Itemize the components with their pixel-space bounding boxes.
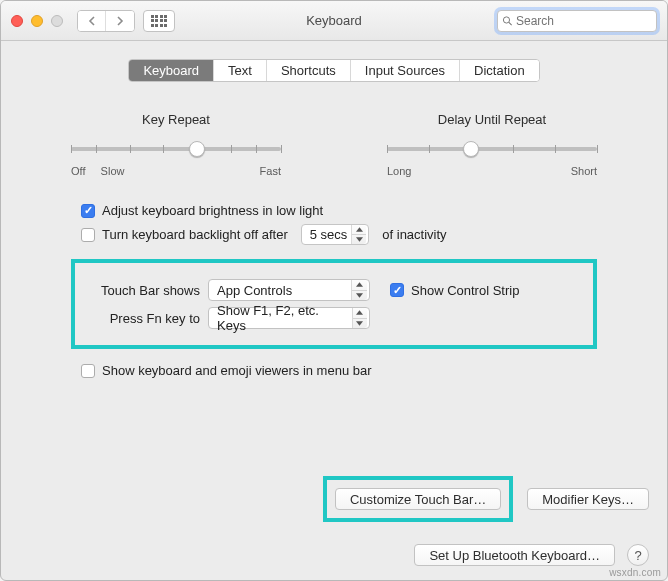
chevron-right-icon <box>116 16 124 26</box>
key-repeat-knob[interactable] <box>189 141 205 157</box>
touchbar-shows-label: Touch Bar shows <box>85 283 200 298</box>
tab-keyboard[interactable]: Keyboard <box>129 60 214 81</box>
search-input[interactable] <box>514 13 652 29</box>
key-repeat-slider[interactable] <box>71 141 281 163</box>
minimize-window-button[interactable] <box>31 15 43 27</box>
close-window-button[interactable] <box>11 15 23 27</box>
key-repeat-block: Key Repeat Off Slow Fast <box>71 112 281 177</box>
delay-short-label: Short <box>571 165 597 177</box>
key-repeat-title: Key Repeat <box>71 112 281 127</box>
bottom-buttons: Customize Touch Bar… Modifier Keys… <box>323 476 649 522</box>
help-button[interactable]: ? <box>627 544 649 566</box>
touch-bar-options-highlight: Touch Bar shows App Controls Show Contro… <box>71 259 597 349</box>
show-viewers-checkbox[interactable] <box>81 364 95 378</box>
show-all-button[interactable] <box>143 10 175 32</box>
grid-icon <box>151 15 168 27</box>
stepper-icon <box>351 225 366 244</box>
nav-buttons <box>77 10 135 32</box>
backlight-timeout-select[interactable]: 5 secs <box>301 224 370 245</box>
svg-point-0 <box>503 16 509 22</box>
backlight-off-checkbox[interactable] <box>81 228 95 242</box>
customize-touch-bar-highlight: Customize Touch Bar… <box>323 476 513 522</box>
backlight-timeout-value: 5 secs <box>310 227 348 242</box>
delay-block: Delay Until Repeat Long Short <box>387 112 597 177</box>
adjust-brightness-checkbox[interactable] <box>81 204 95 218</box>
touchbar-shows-popup[interactable]: App Controls <box>208 279 370 301</box>
content-area: Key Repeat Off Slow Fast Delay Until Rep… <box>1 82 667 378</box>
key-repeat-slow-label: Slow <box>101 165 125 177</box>
show-control-strip-label: Show Control Strip <box>411 283 519 298</box>
tab-dictation[interactable]: Dictation <box>460 60 539 81</box>
modifier-keys-button[interactable]: Modifier Keys… <box>527 488 649 510</box>
key-repeat-fast-label: Fast <box>260 165 281 177</box>
zoom-window-button[interactable] <box>51 15 63 27</box>
sliders-row: Key Repeat Off Slow Fast Delay Until Rep… <box>71 112 597 177</box>
tab-bar: Keyboard Text Shortcuts Input Sources Di… <box>1 59 667 82</box>
delay-slider[interactable] <box>387 141 597 163</box>
tab-text[interactable]: Text <box>214 60 267 81</box>
back-button[interactable] <box>78 11 106 31</box>
delay-title: Delay Until Repeat <box>387 112 597 127</box>
search-field[interactable] <box>497 10 657 32</box>
window-controls <box>11 15 63 27</box>
preferences-window: Keyboard Keyboard Text Shortcuts Input S… <box>0 0 668 581</box>
key-repeat-off-label: Off <box>71 165 85 177</box>
chevron-updown-icon <box>352 308 367 328</box>
adjust-brightness-label: Adjust keyboard brightness in low light <box>102 203 323 218</box>
tab-shortcuts[interactable]: Shortcuts <box>267 60 351 81</box>
show-viewers-label: Show keyboard and emoji viewers in menu … <box>102 363 372 378</box>
tab-input-sources[interactable]: Input Sources <box>351 60 460 81</box>
chevron-left-icon <box>88 16 96 26</box>
forward-button[interactable] <box>106 11 134 31</box>
search-icon <box>502 15 513 27</box>
delay-long-label: Long <box>387 165 411 177</box>
touchbar-shows-value: App Controls <box>217 283 292 298</box>
bluetooth-keyboard-button[interactable]: Set Up Bluetooth Keyboard… <box>414 544 615 566</box>
chevron-updown-icon <box>351 280 367 300</box>
watermark: wsxdn.com <box>609 567 661 578</box>
svg-line-1 <box>509 22 512 25</box>
customize-touch-bar-button[interactable]: Customize Touch Bar… <box>335 488 501 510</box>
fn-key-value: Show F1, F2, etc. Keys <box>217 303 344 333</box>
show-control-strip-checkbox[interactable] <box>390 283 404 297</box>
footer: Set Up Bluetooth Keyboard… ? <box>414 544 649 566</box>
titlebar: Keyboard <box>1 1 667 41</box>
delay-knob[interactable] <box>463 141 479 157</box>
fn-key-label: Press Fn key to <box>85 311 200 326</box>
fn-key-popup[interactable]: Show F1, F2, etc. Keys <box>208 307 370 329</box>
backlight-off-prefix: Turn keyboard backlight off after <box>102 227 288 242</box>
backlight-off-suffix: of inactivity <box>382 227 446 242</box>
